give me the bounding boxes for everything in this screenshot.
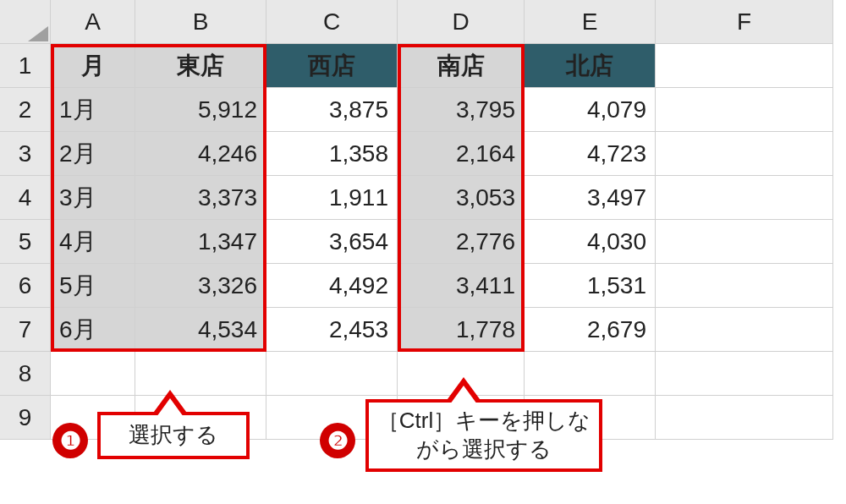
cell-D1[interactable]: 南店	[398, 44, 525, 88]
cell-D4[interactable]: 3,053	[398, 176, 525, 220]
cell-E4[interactable]: 3,497	[525, 176, 656, 220]
callout-2-text: ［Ctrl］キーを押しながら選択する	[369, 407, 599, 464]
cell-E7[interactable]: 2,679	[525, 308, 656, 352]
cell-F6[interactable]	[656, 264, 833, 308]
cell-B6[interactable]: 3,326	[135, 264, 266, 308]
cell-B3[interactable]: 4,246	[135, 132, 266, 176]
cell-D2[interactable]: 3,795	[398, 88, 525, 132]
cell-A6[interactable]: 5月	[51, 264, 135, 308]
cell-C2[interactable]: 3,875	[266, 88, 398, 132]
annotation-callout-1: 選択する	[97, 412, 250, 459]
annotation-callout-2: ［Ctrl］キーを押しながら選択する	[365, 399, 602, 472]
cell-F8[interactable]	[656, 352, 833, 396]
cell-C3[interactable]: 1,358	[266, 132, 398, 176]
cell-E3[interactable]: 4,723	[525, 132, 656, 176]
cell-B1[interactable]: 東店	[135, 44, 266, 88]
row-header-8[interactable]: 8	[0, 352, 51, 396]
cell-C7[interactable]: 2,453	[266, 308, 398, 352]
cell-E1[interactable]: 北店	[525, 44, 656, 88]
cell-F4[interactable]	[656, 176, 833, 220]
cell-B5[interactable]: 1,347	[135, 220, 266, 264]
row-header-4[interactable]: 4	[0, 176, 51, 220]
col-header-D[interactable]: D	[398, 0, 525, 44]
cell-C8[interactable]	[266, 352, 398, 396]
cell-F1[interactable]	[656, 44, 833, 88]
row-header-5[interactable]: 5	[0, 220, 51, 264]
cell-E8[interactable]	[525, 352, 656, 396]
cell-B2[interactable]: 5,912	[135, 88, 266, 132]
cell-A8[interactable]	[51, 352, 135, 396]
col-header-F[interactable]: F	[656, 0, 833, 44]
cell-D3[interactable]: 2,164	[398, 132, 525, 176]
select-all-corner[interactable]	[0, 0, 51, 44]
row-header-2[interactable]: 2	[0, 88, 51, 132]
spreadsheet-grid[interactable]: A B C D E F 1 月 東店 西店 南店 北店 2 1月 5,912 3…	[0, 0, 833, 440]
col-header-A[interactable]: A	[51, 0, 135, 44]
col-header-B[interactable]: B	[135, 0, 266, 44]
cell-D7[interactable]: 1,778	[398, 308, 525, 352]
cell-D6[interactable]: 3,411	[398, 264, 525, 308]
callout-1-text: 選択する	[129, 421, 218, 450]
cell-F5[interactable]	[656, 220, 833, 264]
row-header-3[interactable]: 3	[0, 132, 51, 176]
cell-A1[interactable]: 月	[51, 44, 135, 88]
cell-F3[interactable]	[656, 132, 833, 176]
cell-C6[interactable]: 4,492	[266, 264, 398, 308]
cell-C5[interactable]: 3,654	[266, 220, 398, 264]
cell-F2[interactable]	[656, 88, 833, 132]
cell-C1[interactable]: 西店	[266, 44, 398, 88]
cell-C4[interactable]: 1,911	[266, 176, 398, 220]
cell-E2[interactable]: 4,079	[525, 88, 656, 132]
col-header-E[interactable]: E	[525, 0, 656, 44]
row-header-9[interactable]: 9	[0, 396, 51, 440]
cell-A3[interactable]: 2月	[51, 132, 135, 176]
cell-A4[interactable]: 3月	[51, 176, 135, 220]
cell-E6[interactable]: 1,531	[525, 264, 656, 308]
cell-A7[interactable]: 6月	[51, 308, 135, 352]
col-header-C[interactable]: C	[266, 0, 398, 44]
row-header-7[interactable]: 7	[0, 308, 51, 352]
annotation-badge-1: ❶	[52, 423, 88, 458]
cell-F7[interactable]	[656, 308, 833, 352]
cell-F9[interactable]	[656, 396, 833, 440]
cell-D5[interactable]: 2,776	[398, 220, 525, 264]
cell-A5[interactable]: 4月	[51, 220, 135, 264]
cell-E5[interactable]: 4,030	[525, 220, 656, 264]
row-header-1[interactable]: 1	[0, 44, 51, 88]
cell-A2[interactable]: 1月	[51, 88, 135, 132]
row-header-6[interactable]: 6	[0, 264, 51, 308]
annotation-badge-2: ❷	[320, 423, 355, 458]
cell-B7[interactable]: 4,534	[135, 308, 266, 352]
cell-B4[interactable]: 3,373	[135, 176, 266, 220]
